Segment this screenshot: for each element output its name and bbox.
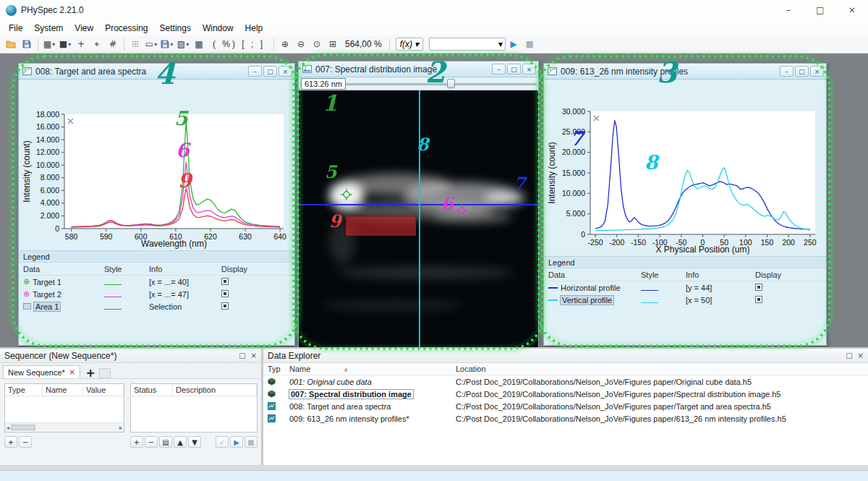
data-explorer-row[interactable]: 008: Target and area spectraC:/Post Doc_… xyxy=(263,400,868,412)
sequence-combobox[interactable]: ▾ xyxy=(429,38,506,51)
legend-item-name[interactable]: Target 2 xyxy=(33,290,61,299)
wavelength-slider[interactable]: 613.26 nm xyxy=(299,77,538,90)
data-explorer-panel-header[interactable]: Data Explorer □ × xyxy=(263,349,868,363)
target-tool-button[interactable]: ⌖ xyxy=(90,37,104,51)
remove-step-button[interactable]: − xyxy=(145,436,158,448)
legend-item-name[interactable]: Target 1 xyxy=(33,278,61,286)
export-view-button[interactable]: ▾ xyxy=(160,37,174,51)
legend-row[interactable]: ⊕Target 2[x = ...= 47] xyxy=(19,288,294,300)
legend-item-name[interactable]: Area 1 xyxy=(34,302,60,311)
column-header[interactable]: Description xyxy=(173,384,257,396)
close-panel-icon[interactable]: × xyxy=(251,352,257,359)
add-row-button[interactable]: + xyxy=(4,436,17,448)
dataset-name[interactable]: 001: Original cube data xyxy=(289,378,372,386)
window-close-button[interactable]: × xyxy=(522,64,536,75)
horizontal-scrollbar[interactable]: ◂ ▸ xyxy=(5,422,124,432)
move-step-down-button[interactable]: ▼ xyxy=(188,436,201,448)
dataset-name[interactable]: 008: Target and area spectra xyxy=(289,402,391,411)
image-mode-button[interactable]: ▨▾ xyxy=(176,37,190,51)
zoom-out-button[interactable]: ⊖ xyxy=(294,37,308,51)
close-button[interactable]: × xyxy=(836,0,868,20)
select-region-button[interactable]: ▭▾ xyxy=(144,37,158,51)
stop-button[interactable]: ■ xyxy=(522,37,537,51)
float-panel-icon[interactable]: □ xyxy=(846,352,852,359)
dataset-name[interactable]: 009: 613_26 nm intensity profiles* xyxy=(289,414,409,423)
close-panel-icon[interactable]: × xyxy=(858,352,864,359)
spectra-chart-canvas[interactable]: 02.0004.0006.0008.00010.00012.00014.0001… xyxy=(20,80,292,250)
data-explorer-columns[interactable]: Typ Name∧ Location xyxy=(263,363,868,375)
window-minimize-button[interactable]: – xyxy=(492,64,506,75)
column-header[interactable]: Status xyxy=(131,384,173,396)
display-checkbox[interactable] xyxy=(221,278,229,285)
window-restore-button[interactable]: □ xyxy=(507,64,521,75)
column-header[interactable]: Value xyxy=(83,384,124,396)
data-explorer-row[interactable]: 001: Original cube dataC:/Post Doc_2019/… xyxy=(263,375,868,388)
window-minimize-button[interactable]: – xyxy=(780,66,793,77)
menu-processing[interactable]: Processing xyxy=(99,22,153,35)
function-dropdown[interactable]: f(x)▾ xyxy=(396,38,423,51)
window-restore-button[interactable]: □ xyxy=(795,66,809,77)
display-checkbox[interactable] xyxy=(221,290,229,297)
legend-item-name[interactable]: Vertical profile xyxy=(561,296,613,305)
column-typ[interactable]: Typ xyxy=(268,365,289,373)
validate-sequence-button[interactable]: ✓ xyxy=(216,436,229,448)
selection-rectangle[interactable] xyxy=(346,216,416,236)
slider-handle[interactable] xyxy=(447,79,455,88)
column-location[interactable]: Location xyxy=(456,365,868,373)
legend-row[interactable]: Area 1Selection xyxy=(19,300,294,312)
duplicate-step-button[interactable]: ▤ xyxy=(159,436,172,448)
zoom-in-button[interactable]: ⊕ xyxy=(278,37,292,51)
data-explorer-row[interactable]: 007: Spectral distribution imageC:/Post … xyxy=(263,388,868,400)
minimize-button[interactable]: – xyxy=(773,0,804,20)
display-checkbox[interactable] xyxy=(221,302,229,310)
sequence-tab[interactable]: New Sequence* × xyxy=(3,365,80,378)
menu-file[interactable]: File xyxy=(3,22,28,35)
window-titlebar[interactable]: 007: Spectral distribution image – □ × xyxy=(299,61,538,77)
save-button[interactable] xyxy=(20,37,34,51)
window-minimize-button[interactable]: – xyxy=(248,66,262,77)
window-close-button[interactable]: × xyxy=(278,66,292,77)
menu-system[interactable]: System xyxy=(28,22,69,35)
scroll-right-icon[interactable]: ▸ xyxy=(119,425,122,431)
scrollbar-thumb[interactable] xyxy=(11,425,35,430)
scroll-left-icon[interactable]: ◂ xyxy=(7,425,9,431)
sequence-steps-table[interactable]: StatusDescription xyxy=(130,383,258,433)
run-button[interactable]: ▶ xyxy=(506,37,521,51)
display-checkbox[interactable] xyxy=(755,296,762,303)
data-table-button[interactable]: ▦ xyxy=(192,37,206,51)
menu-view[interactable]: View xyxy=(69,22,99,35)
zoom-actual-button[interactable]: ⊞ xyxy=(326,37,340,51)
window-restore-button[interactable]: □ xyxy=(263,66,277,77)
remove-row-button[interactable]: − xyxy=(19,436,32,448)
column-header[interactable]: Name xyxy=(43,384,83,396)
stop-sequence-button[interactable]: ■ xyxy=(244,436,258,448)
add-marker-button[interactable]: + xyxy=(74,37,88,51)
open-file-button[interactable] xyxy=(4,37,18,51)
menu-window[interactable]: Window xyxy=(197,22,239,35)
add-step-button[interactable]: + xyxy=(130,436,143,448)
tab-close-icon[interactable]: × xyxy=(69,367,75,377)
column-header[interactable]: Type xyxy=(5,384,43,396)
restore-button[interactable]: □ xyxy=(804,0,836,20)
spectral-image[interactable] xyxy=(299,90,538,347)
legend-row[interactable]: Horizontal profile[y = 44] xyxy=(544,281,826,294)
legend-row[interactable]: ⊕Target 1[x = ...= 40] xyxy=(19,276,294,288)
display-checkbox[interactable] xyxy=(755,284,762,291)
window-close-button[interactable]: × xyxy=(810,66,824,77)
float-panel-icon[interactable]: □ xyxy=(239,352,245,359)
sequencer-panel-header[interactable]: Sequencer (New Sequence*) □ × xyxy=(0,349,261,363)
display-mode-button[interactable]: ■▾ xyxy=(58,37,72,51)
sequence-variables-table[interactable]: TypeNameValue ◂ ▸ xyxy=(4,383,124,433)
menu-settings[interactable]: Settings xyxy=(154,22,197,35)
target-1-marker[interactable] xyxy=(339,187,354,202)
target-2-marker[interactable] xyxy=(454,203,469,218)
profiles-chart-canvas[interactable]: 05.00010.00015.00020.00025.00030.000-250… xyxy=(545,80,825,256)
tile-windows-button[interactable]: ▦▾ xyxy=(42,37,56,51)
vertical-profile-line[interactable] xyxy=(419,90,420,347)
menu-help[interactable]: Help xyxy=(239,22,269,35)
dataset-name[interactable]: 007: Spectral distribution image xyxy=(289,390,413,399)
window-titlebar[interactable]: 008: Target and area spectra – □ × xyxy=(19,64,294,80)
detach-sequence-button[interactable] xyxy=(99,368,111,378)
data-explorer-row[interactable]: 009: 613_26 nm intensity profiles*C:/Pos… xyxy=(263,412,868,425)
window-titlebar[interactable]: 009: 613_26 nm intensity profiles – □ × xyxy=(544,64,826,80)
